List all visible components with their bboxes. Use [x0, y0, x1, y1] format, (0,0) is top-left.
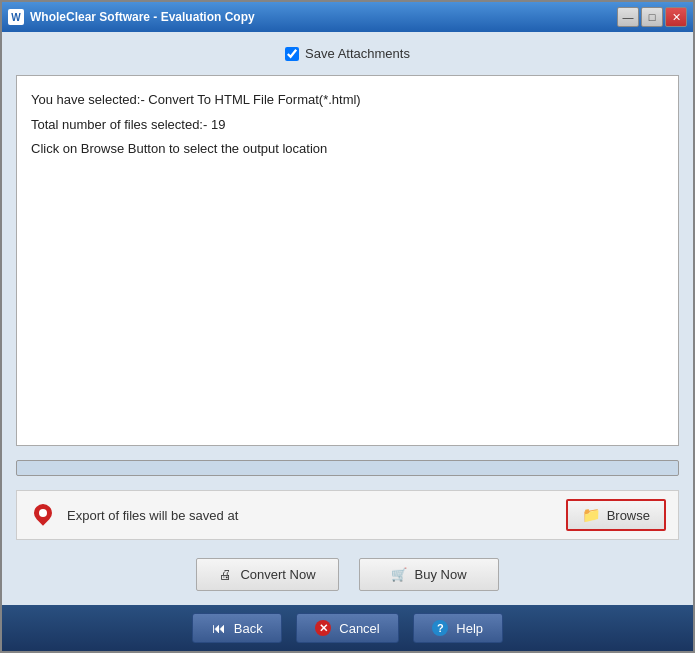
cancel-icon: ✕	[315, 620, 331, 636]
info-line-1: You have selected:- Convert To HTML File…	[31, 88, 664, 113]
save-attachments-row: Save Attachments	[16, 42, 679, 65]
cancel-label: Cancel	[339, 621, 379, 636]
help-icon: ?	[432, 620, 448, 636]
buy-now-label: Buy Now	[415, 567, 467, 582]
close-button[interactable]: ✕	[665, 7, 687, 27]
minimize-button[interactable]: —	[617, 7, 639, 27]
buy-now-button[interactable]: 🛒 Buy Now	[359, 558, 499, 591]
main-window: W WholeClear Software - Evaluation Copy …	[0, 0, 695, 653]
browse-button[interactable]: 📁 Browse	[566, 499, 666, 531]
convert-now-label: Convert Now	[240, 567, 315, 582]
convert-icon: 🖨	[219, 567, 232, 582]
help-button[interactable]: ? Help	[413, 613, 503, 643]
back-button[interactable]: ⏮ Back	[192, 613, 282, 643]
cart-icon: 🛒	[391, 567, 407, 582]
export-label: Export of files will be saved at	[67, 508, 556, 523]
back-icon: ⏮	[212, 620, 226, 636]
bottom-bar: ⏮ Back ✕ Cancel ? Help	[2, 605, 693, 651]
location-pin	[34, 504, 52, 526]
action-buttons-row: 🖨 Convert Now 🛒 Buy Now	[16, 550, 679, 595]
app-icon: W	[8, 9, 24, 25]
convert-now-button[interactable]: 🖨 Convert Now	[196, 558, 338, 591]
window-controls: — □ ✕	[617, 7, 687, 27]
back-label: Back	[234, 621, 263, 636]
title-bar: W WholeClear Software - Evaluation Copy …	[2, 2, 693, 32]
info-box: You have selected:- Convert To HTML File…	[16, 75, 679, 446]
maximize-button[interactable]: □	[641, 7, 663, 27]
cancel-button[interactable]: ✕ Cancel	[296, 613, 398, 643]
folder-icon: 📁	[582, 506, 601, 524]
content-area: Save Attachments You have selected:- Con…	[2, 32, 693, 605]
window-title: WholeClear Software - Evaluation Copy	[30, 10, 617, 24]
location-icon	[29, 501, 57, 529]
save-attachments-checkbox[interactable]	[285, 47, 299, 61]
info-line-2: Total number of files selected:- 19	[31, 113, 664, 138]
help-label: Help	[456, 621, 483, 636]
browse-button-label: Browse	[607, 508, 650, 523]
save-attachments-label: Save Attachments	[305, 46, 410, 61]
progress-bar-container	[16, 460, 679, 476]
info-line-3: Click on Browse Button to select the out…	[31, 137, 664, 162]
export-row: Export of files will be saved at 📁 Brows…	[16, 490, 679, 540]
pin-dot	[39, 509, 47, 517]
